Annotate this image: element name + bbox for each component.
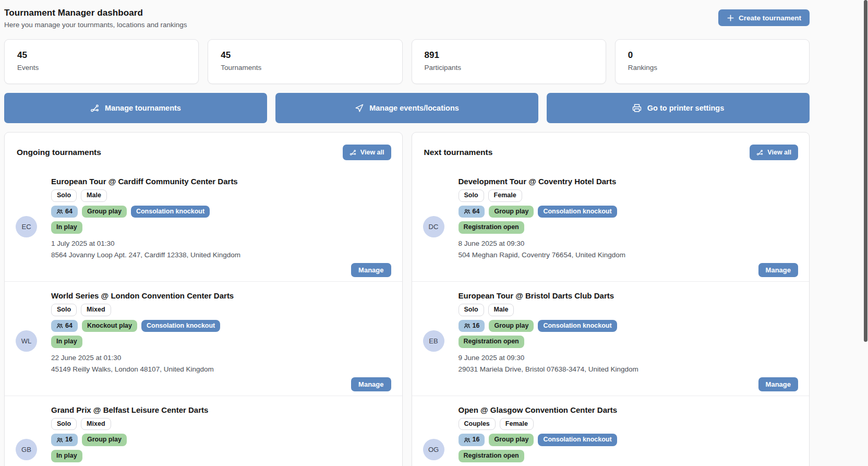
status-badge: Registration open (459, 450, 524, 462)
scrollbar-thumb[interactable] (864, 0, 867, 342)
stat-value: 45 (221, 50, 389, 61)
manage-row: Manage (51, 263, 391, 277)
tournament-address: 45149 Reilly Walks, London 48107, United… (51, 365, 391, 373)
action-label: Manage events/locations (369, 104, 459, 112)
users-icon (56, 437, 63, 444)
manage-button[interactable]: Manage (758, 377, 798, 391)
tournament-panels: Ongoing tournaments View all EC European… (4, 132, 810, 466)
tournament-date: 9 June 2025 at 09:30 (459, 354, 799, 362)
view-all-button[interactable]: View all (750, 145, 798, 160)
stat-card-events: 45 Events (4, 39, 199, 84)
action-button-go-to-printer-settings[interactable]: Go to printer settings (547, 93, 810, 123)
view-all-label: View all (767, 149, 791, 156)
mode-badge: Group play (489, 434, 534, 446)
participants-badge: 16 (51, 434, 78, 446)
panel-next-tournaments: Next tournaments View all DC Development… (412, 132, 810, 466)
type-badge: Female (500, 418, 534, 431)
type-badges-row: SoloMixed (51, 418, 391, 431)
tournament-title: European Tour @ Bristol Darts Club Darts (459, 291, 799, 300)
stat-card-tournaments: 45 Tournaments (208, 39, 402, 84)
type-badge: Solo (459, 304, 484, 316)
config-badges-row: 16Group play (51, 434, 391, 446)
avatar: GB (16, 439, 37, 460)
users-icon (464, 208, 471, 215)
participants-badge: 64 (459, 206, 485, 218)
status-badge-row: In play (51, 450, 391, 462)
action-button-manage-events-locations[interactable]: Manage events/locations (275, 93, 538, 123)
tournament-address: 8564 Jovanny Loop Apt. 247, Cardiff 1233… (51, 251, 391, 259)
create-tournament-label: Create tournament (739, 14, 801, 22)
consolation-badge: Consolation knockout (141, 320, 220, 332)
page-header: Tournament Manager dashboard Here you ma… (4, 8, 810, 29)
view-all-button[interactable]: View all (343, 145, 391, 160)
users-icon (464, 322, 471, 329)
status-badge-row: Registration open (459, 221, 799, 234)
type-badges-row: CouplesFemale (459, 418, 799, 431)
create-tournament-button[interactable]: Create tournament (718, 9, 810, 26)
tournament-card: EB European Tour @ Bristol Darts Club Da… (412, 281, 810, 396)
bracket-icon (756, 149, 763, 156)
manage-row: Manage (51, 377, 391, 391)
config-badges-row: 16Group playConsolation knockout (459, 434, 799, 446)
manage-button[interactable]: Manage (351, 377, 391, 391)
type-badge: Solo (51, 304, 77, 316)
status-badge-row: In play (51, 221, 391, 234)
action-label: Go to printer settings (647, 104, 724, 112)
panel-ongoing-tournaments: Ongoing tournaments View all EC European… (4, 132, 403, 466)
printer-icon (632, 103, 642, 113)
type-badge: Solo (459, 189, 484, 202)
avatar: DC (423, 216, 444, 237)
stat-card-participants: 891 Participants (412, 39, 606, 84)
status-badge: Registration open (459, 221, 524, 234)
stat-value: 0 (628, 50, 797, 61)
tournament-card-body: World Series @ London Convention Center … (51, 291, 391, 391)
mode-badge: Group play (82, 206, 127, 218)
participants-badge: 16 (459, 434, 485, 446)
bracket-icon (90, 104, 99, 113)
dashboard-content: Tournament Manager dashboard Here you ma… (4, 0, 810, 466)
type-badge: Solo (51, 418, 77, 431)
status-badge: In play (51, 336, 82, 348)
action-label: Manage tournaments (105, 104, 181, 112)
tournament-address: 29031 Mariela Drive, Bristol 07638-3474,… (459, 365, 799, 373)
tournament-list: DC Development Tour @ Coventry Hotel Dar… (412, 168, 810, 466)
stats-row: 45 Events 45 Tournaments 891 Participant… (4, 39, 810, 84)
tournament-date: 8 June 2025 at 09:30 (459, 240, 799, 247)
status-badge: In play (51, 221, 82, 234)
users-icon (56, 208, 63, 215)
type-badge: Mixed (81, 304, 111, 316)
tournament-date: 22 June 2025 at 01:30 (51, 354, 391, 362)
participants-badge: 64 (51, 206, 78, 218)
manage-row: Manage (459, 377, 799, 391)
stat-value: 45 (17, 50, 186, 61)
config-badges-row: 64Knockout playConsolation knockout (51, 320, 391, 332)
mode-badge: Group play (82, 434, 127, 446)
mode-badge: Knockout play (82, 320, 137, 332)
consolation-badge: Consolation knockout (538, 434, 617, 446)
status-badge-row: Registration open (459, 450, 799, 462)
status-badge: In play (51, 450, 82, 462)
consolation-badge: Consolation knockout (131, 206, 210, 218)
panel-title: Next tournaments (424, 148, 493, 157)
tournament-card: OG Open @ Glasgow Convention Center Dart… (412, 396, 810, 466)
manage-button[interactable]: Manage (758, 263, 798, 277)
tournament-list: EC European Tour @ Cardiff Community Cen… (5, 168, 402, 466)
action-button-manage-tournaments[interactable]: Manage tournaments (4, 93, 267, 123)
stat-label: Events (17, 64, 186, 71)
tournament-card: GB Grand Prix @ Belfast Leisure Center D… (5, 396, 402, 466)
type-badge: Male (81, 189, 107, 202)
tournament-card: EC European Tour @ Cardiff Community Cen… (5, 168, 402, 281)
status-badge: Registration open (459, 336, 524, 348)
tournament-card-body: Grand Prix @ Belfast Leisure Center Dart… (51, 405, 391, 466)
stat-card-rankings: 0 Rankings (615, 39, 810, 84)
participants-badge: 64 (51, 320, 78, 332)
tournament-title: Grand Prix @ Belfast Leisure Center Dart… (51, 405, 391, 414)
users-icon (56, 322, 63, 329)
tournament-title: Open @ Glasgow Convention Center Darts (459, 405, 799, 414)
stat-label: Participants (425, 64, 593, 71)
manage-button[interactable]: Manage (351, 263, 391, 277)
config-badges-row: 16Group playConsolation knockout (459, 320, 799, 332)
scrollbar (864, 0, 868, 466)
status-badge-row: In play (51, 336, 391, 348)
type-badges-row: SoloMale (459, 304, 799, 316)
